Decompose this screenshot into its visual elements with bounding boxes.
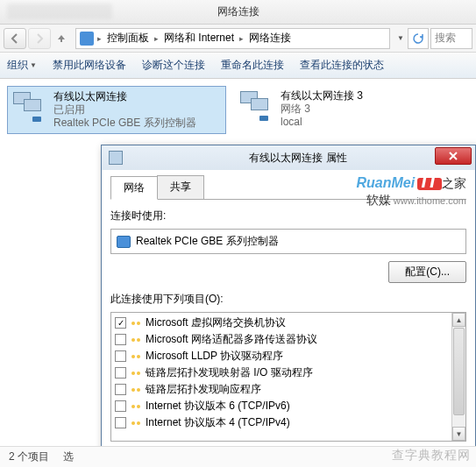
protocol-item[interactable]: Internet 协议版本 4 (TCP/IPv4) bbox=[113, 414, 464, 431]
items-label: 此连接使用下列项目(O): bbox=[110, 292, 466, 307]
chevron-right-icon: ▸ bbox=[97, 34, 102, 43]
protocol-item[interactable]: ✓Microsoft 虚拟网络交换机协议 bbox=[113, 315, 464, 331]
tab-network[interactable]: 网络 bbox=[110, 176, 158, 200]
forward-button[interactable] bbox=[28, 28, 51, 49]
back-button[interactable] bbox=[4, 28, 26, 49]
dialog-body: 网络 共享 连接时使用: Realtek PCIe GBE 系列控制器 配置(C… bbox=[102, 170, 475, 467]
tab-sharing[interactable]: 共享 bbox=[157, 175, 204, 199]
protocol-item[interactable]: 链路层拓扑发现映射器 I/O 驱动程序 bbox=[113, 364, 464, 381]
checkbox[interactable] bbox=[115, 417, 126, 428]
protocol-icon bbox=[130, 369, 142, 378]
protocol-label: Microsoft LLDP 协议驱动程序 bbox=[146, 349, 283, 364]
protocol-label: Microsoft 网络适配器多路传送器协议 bbox=[146, 332, 317, 347]
crumb-network-internet[interactable]: 网络和 Internet bbox=[162, 31, 236, 46]
protocol-item[interactable]: 链路层拓扑发现响应程序 bbox=[113, 381, 464, 398]
crumb-control-panel[interactable]: 控制面板 bbox=[105, 31, 151, 46]
connection-name: 有线以太网连接 3 bbox=[281, 89, 363, 103]
protocol-item[interactable]: Internet 协议版本 6 (TCP/IPv6) bbox=[113, 398, 464, 414]
command-bar: 组织 ▼ 禁用此网络设备 诊断这个连接 重命名此连接 查看此连接的状态 bbox=[0, 53, 476, 79]
status-bar: 2 个项目 选 bbox=[0, 446, 476, 467]
protocol-icon bbox=[130, 402, 142, 411]
connection-device: local bbox=[281, 116, 363, 129]
disable-device-button[interactable]: 禁用此网络设备 bbox=[53, 58, 126, 73]
connection-item[interactable]: 有线以太网连接 已启用 Realtek PCIe GBE 系列控制器 bbox=[7, 86, 226, 134]
device-display: Realtek PCIe GBE 系列控制器 bbox=[110, 229, 466, 254]
scrollbar[interactable]: ▲ ▼ bbox=[451, 313, 465, 441]
tabs: 网络 共享 bbox=[110, 175, 466, 200]
dropdown-icon[interactable]: ▼ bbox=[397, 34, 404, 42]
protocol-label: 链路层拓扑发现响应程序 bbox=[146, 382, 261, 397]
device-name: Realtek PCIe GBE 系列控制器 bbox=[136, 234, 279, 249]
diagnose-button[interactable]: 诊断这个连接 bbox=[142, 58, 205, 73]
window-title: 网络连接 bbox=[217, 4, 259, 19]
scroll-thumb[interactable] bbox=[453, 328, 465, 415]
scroll-up-button[interactable]: ▲ bbox=[452, 313, 465, 327]
close-icon bbox=[449, 152, 458, 160]
dialog-title: 有线以太网连接 属性 bbox=[128, 151, 468, 166]
breadcrumb[interactable]: ▸ 控制面板 ▸ 网络和 Internet ▸ 网络连接 bbox=[75, 28, 390, 49]
protocol-label: 链路层拓扑发现映射器 I/O 驱动程序 bbox=[146, 365, 313, 380]
checkbox[interactable] bbox=[115, 367, 126, 379]
checkbox[interactable] bbox=[115, 384, 126, 395]
protocol-icon bbox=[130, 336, 142, 344]
checkbox[interactable] bbox=[115, 334, 126, 345]
protocol-label: Internet 协议版本 6 (TCP/IPv6) bbox=[146, 399, 290, 414]
checkbox[interactable] bbox=[115, 350, 126, 362]
protocols-listbox[interactable]: ✓Microsoft 虚拟网络交换机协议Microsoft 网络适配器多路传送器… bbox=[110, 312, 466, 442]
protocol-icon bbox=[130, 386, 142, 394]
dialog-icon bbox=[109, 151, 123, 165]
connection-status: 网络 3 bbox=[281, 103, 363, 116]
selection-label: 选 bbox=[63, 449, 74, 464]
checkbox[interactable]: ✓ bbox=[115, 317, 126, 329]
up-button[interactable] bbox=[53, 28, 70, 49]
protocol-label: Internet 协议版本 4 (TCP/IPv4) bbox=[146, 415, 290, 430]
scroll-down-button[interactable]: ▼ bbox=[452, 427, 465, 441]
chevron-right-icon: ▸ bbox=[239, 34, 244, 43]
connections-list: 有线以太网连接 已启用 Realtek PCIe GBE 系列控制器 有线以太网… bbox=[0, 79, 476, 141]
arrow-left-icon bbox=[10, 33, 20, 44]
connection-status: 已启用 bbox=[53, 103, 196, 117]
nav-bar: ▸ 控制面板 ▸ 网络和 Internet ▸ 网络连接 ▼ 搜索 bbox=[0, 25, 476, 53]
protocol-icon bbox=[130, 352, 142, 361]
connection-item[interactable]: 有线以太网连接 3 网络 3 local bbox=[235, 86, 454, 134]
chevron-right-icon: ▸ bbox=[154, 34, 159, 43]
nic-icon bbox=[117, 236, 131, 248]
arrow-right-icon bbox=[34, 33, 45, 44]
checkbox[interactable] bbox=[115, 400, 126, 412]
location-icon bbox=[80, 32, 94, 46]
network-adapter-icon bbox=[238, 89, 274, 121]
protocol-item[interactable]: Microsoft LLDP 协议驱动程序 bbox=[113, 348, 464, 364]
close-button[interactable] bbox=[435, 147, 472, 165]
connection-device: Realtek PCIe GBE 系列控制器 bbox=[53, 117, 196, 130]
network-adapter-icon bbox=[11, 90, 46, 122]
organize-menu[interactable]: 组织 ▼ bbox=[7, 58, 37, 73]
properties-dialog: 有线以太网连接 属性 RuanMei IT之家 软媒 www.ithome.co… bbox=[101, 145, 476, 467]
connect-using-label: 连接时使用: bbox=[110, 209, 466, 223]
search-input[interactable]: 搜索 bbox=[430, 28, 472, 49]
crumb-network-connections[interactable]: 网络连接 bbox=[247, 31, 293, 46]
search-placeholder: 搜索 bbox=[435, 31, 456, 46]
title-bar: 网络连接 bbox=[0, 0, 476, 25]
caret-down-icon: ▼ bbox=[30, 61, 37, 69]
item-count: 2 个项目 bbox=[9, 449, 49, 464]
protocol-icon bbox=[130, 319, 142, 328]
view-status-button[interactable]: 查看此连接的状态 bbox=[300, 58, 384, 73]
protocol-item[interactable]: Microsoft 网络适配器多路传送器协议 bbox=[113, 331, 464, 348]
blurred-region bbox=[7, 4, 112, 19]
configure-button[interactable]: 配置(C)... bbox=[388, 261, 466, 283]
protocol-icon bbox=[130, 419, 142, 428]
rename-button[interactable]: 重命名此连接 bbox=[221, 58, 284, 73]
protocol-label: Microsoft 虚拟网络交换机协议 bbox=[146, 315, 286, 330]
arrow-up-icon bbox=[56, 33, 67, 44]
refresh-button[interactable] bbox=[408, 28, 429, 49]
connection-name: 有线以太网连接 bbox=[53, 90, 196, 103]
refresh-icon bbox=[412, 32, 424, 45]
dialog-titlebar[interactable]: 有线以太网连接 属性 bbox=[102, 145, 475, 170]
